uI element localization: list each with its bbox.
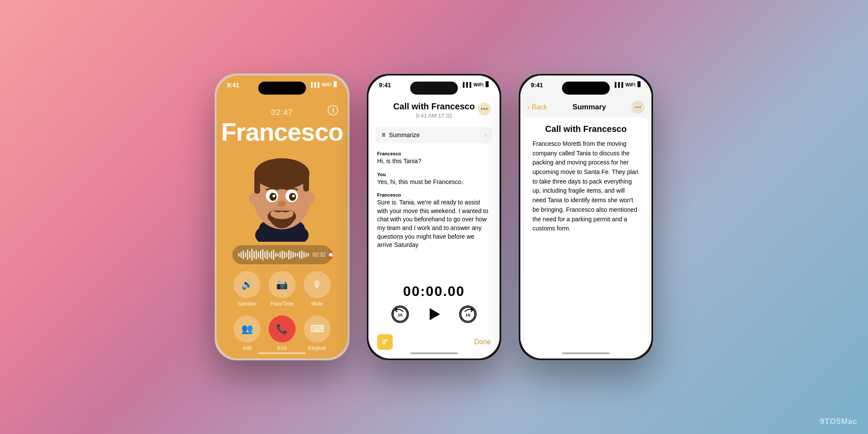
- skip-back-button[interactable]: 15: [391, 306, 409, 323]
- chevron-right-icon: ›: [484, 132, 487, 138]
- end-call-button[interactable]: 📞 End: [269, 316, 296, 351]
- transcript-3: Sure is. Tania, we're all ready to assis…: [377, 198, 491, 250]
- playback-time: 00:00.00: [368, 279, 500, 301]
- controls-row-1: 🔊 Speaker 📷 FaceTime 🎙 Mute: [230, 271, 335, 307]
- back-button[interactable]: ‹ Back: [527, 103, 547, 112]
- avatar-container: [241, 151, 323, 242]
- phone1-screen: 9:41 ▐▐▐ WiFi ▊ ℹ 02:47 Francesco: [217, 76, 348, 358]
- facetime-label: FaceTime: [271, 301, 294, 307]
- svg-point-18: [270, 208, 293, 219]
- summarize-icon: ≡: [381, 131, 385, 139]
- caller-name: Francesco: [221, 117, 343, 146]
- keypad-icon: ⌨: [304, 316, 331, 342]
- speaker-2-label: You: [377, 172, 491, 177]
- dynamic-island-3: [562, 82, 610, 95]
- phone1-time: 9:41: [227, 82, 239, 89]
- phone2-footer: Done: [368, 331, 500, 358]
- end-call-icon: 📞: [269, 316, 296, 342]
- end-label: End: [277, 345, 286, 351]
- speaker-button[interactable]: 🔊 Speaker: [233, 271, 260, 307]
- home-indicator-3: [562, 352, 610, 354]
- svg-rect-26: [382, 343, 385, 344]
- svg-point-14: [273, 194, 275, 197]
- speaker-label: Speaker: [237, 301, 257, 307]
- done-button[interactable]: Done: [474, 338, 491, 346]
- more-options-button[interactable]: •••: [478, 102, 491, 115]
- keypad-label: Keypad: [308, 345, 326, 351]
- notes-app-icon[interactable]: [377, 334, 393, 350]
- play-button[interactable]: [424, 305, 444, 324]
- wifi-icon: WiFi: [322, 82, 332, 87]
- summarize-button[interactable]: ≡ Summarize ›: [375, 127, 493, 143]
- phone-3: 9:41 ▐▐▐ WiFi ▊ ‹ Back Summary •••: [519, 74, 653, 360]
- dynamic-island: [258, 82, 306, 95]
- signal-icon: ▐▐▐: [309, 82, 319, 87]
- call-controls: 🔊 Speaker 📷 FaceTime 🎙 Mute 👥: [217, 271, 348, 351]
- phone3-screen: 9:41 ▐▐▐ WiFi ▊ ‹ Back Summary •••: [520, 76, 651, 358]
- dynamic-island-2: [410, 82, 458, 95]
- keypad-button[interactable]: ⌨ Keypad: [304, 316, 331, 351]
- recording-timer: 02:32: [312, 252, 326, 258]
- facetime-button[interactable]: 📷 FaceTime: [269, 271, 296, 307]
- mute-icon: 🎙: [304, 271, 331, 298]
- phone3-time: 9:41: [531, 82, 543, 89]
- controls-row-2: 👥 Add 📞 End ⌨ Keypad: [230, 316, 335, 351]
- mute-label: Mute: [311, 301, 323, 307]
- watermark: 9TO5Mac: [820, 417, 858, 426]
- speaker-1-label: Francesco: [377, 151, 491, 156]
- nav-title: Summary: [572, 103, 606, 112]
- svg-rect-24: [382, 340, 388, 341]
- facetime-icon: 📷: [269, 271, 296, 298]
- summary-text: Francesco Moretti from the moving compan…: [533, 139, 639, 233]
- skip-forward-button[interactable]: 15: [459, 306, 477, 323]
- signal-icon-2: ▐▐▐: [461, 82, 471, 87]
- svg-point-7: [257, 162, 306, 182]
- home-indicator-2: [410, 352, 458, 354]
- phone3-status-icons: ▐▐▐ WiFi ▊: [613, 82, 641, 87]
- memoji-avatar: [241, 151, 323, 242]
- svg-point-16: [278, 201, 286, 207]
- summary-body: Call with Francesco Francesco Moretti fr…: [524, 117, 648, 358]
- wifi-icon-3: WiFi: [625, 82, 635, 87]
- phone2-status-icons: ▐▐▐ WiFi ▊: [461, 82, 489, 87]
- waveform-bar: 02:32: [232, 245, 332, 264]
- wifi-icon-2: WiFi: [473, 82, 483, 87]
- svg-point-9: [306, 193, 315, 204]
- waveform-visual: [238, 249, 309, 261]
- svg-point-8: [249, 193, 258, 204]
- home-indicator: [258, 352, 306, 354]
- svg-point-15: [292, 194, 295, 197]
- battery-icon-2: ▊: [486, 82, 489, 87]
- svg-text:15: 15: [398, 312, 403, 317]
- transcript-2: Yes, hi, this must be Francesco.: [377, 178, 491, 187]
- transcript-1: Hi, is this Tania?: [377, 157, 491, 166]
- phone2-time: 9:41: [379, 82, 391, 89]
- mute-button[interactable]: 🎙 Mute: [304, 271, 331, 307]
- phone-1: 9:41 ▐▐▐ WiFi ▊ ℹ 02:47 Francesco: [215, 74, 349, 360]
- phone-2: 9:41 ▐▐▐ WiFi ▊ ••• Call with Francesco …: [367, 74, 501, 360]
- recording-meta: 9:41 AM 17:32: [377, 112, 491, 119]
- playback-controls: 15 15: [368, 301, 500, 331]
- svg-rect-5: [254, 174, 260, 194]
- summarize-label: Summarize: [389, 132, 420, 138]
- record-indicator: [329, 250, 332, 260]
- svg-text:15: 15: [466, 312, 470, 317]
- add-button[interactable]: 👥 Add: [233, 316, 260, 351]
- add-label: Add: [243, 345, 252, 351]
- ellipsis-icon: •••: [635, 104, 641, 111]
- chevron-left-icon: ‹: [527, 103, 530, 112]
- call-duration: 02:47: [271, 108, 293, 117]
- signal-icon-3: ▐▐▐: [613, 82, 623, 87]
- phone1-status-icons: ▐▐▐ WiFi ▊: [309, 82, 337, 87]
- recording-title: Call with Francesco: [377, 102, 491, 112]
- add-icon: 👥: [233, 316, 260, 342]
- summarize-left: ≡ Summarize: [381, 131, 420, 139]
- battery-icon-3: ▊: [638, 82, 641, 87]
- info-button[interactable]: ℹ: [328, 105, 338, 115]
- speaker-3-label: Francesco: [377, 192, 491, 197]
- back-label: Back: [532, 103, 547, 111]
- svg-rect-6: [303, 174, 309, 191]
- summary-more-button[interactable]: •••: [631, 101, 644, 114]
- summary-call-title: Call with Francesco: [533, 124, 639, 134]
- transcript-area: Francesco Hi, is this Tania? You Yes, hi…: [368, 147, 500, 279]
